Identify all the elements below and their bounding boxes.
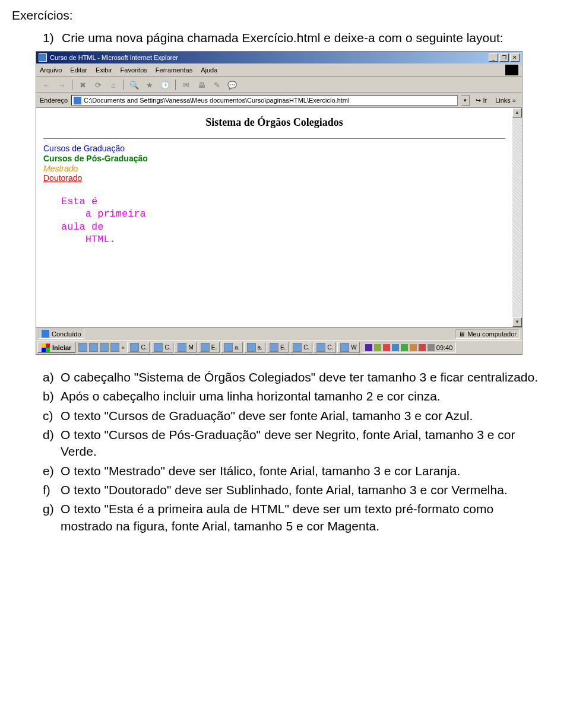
list-item-1: 1) Crie uma nova página chamada Exercíci… [43,31,558,45]
taskbar-task[interactable]: W [337,342,359,353]
sub-text: O texto "Esta é a primeira aula de HTML"… [61,501,558,535]
task-icon [154,343,163,352]
close-button[interactable]: ✕ [510,53,520,62]
tray-icon[interactable] [410,344,417,351]
line-doutorado: Doutorado [43,173,505,183]
zone-text: Meu computador [467,330,517,338]
browser-window: Curso de HTML - Microsoft Internet Explo… [36,51,522,355]
back-button[interactable]: ← [40,79,53,91]
taskbar: Iniciar » C. C. M E. a. a. E. C. C. W 09… [36,340,522,354]
home-button[interactable]: ⌂ [107,79,120,91]
task-icon [316,343,325,352]
sub-letter: d) [43,427,61,460]
system-tray: 09:40 [362,342,457,353]
sub-item-e: e) O texto "Mestrado" deve ser Itálico, … [43,463,558,479]
tray-icon[interactable] [419,344,426,351]
toolbar-separator [175,80,176,90]
stop-button[interactable]: ✖ [76,79,89,91]
windows-icon [42,344,50,352]
quicklaunch-icon[interactable] [89,343,98,352]
tray-icon[interactable] [365,344,372,351]
scroll-track[interactable] [512,117,522,317]
menu-favoritos[interactable]: Favoritos [121,66,147,74]
maximize-button[interactable]: ❐ [499,53,509,62]
refresh-button[interactable]: ⟳ [91,79,104,91]
taskbar-task[interactable]: a. [244,342,265,353]
scroll-down-button[interactable]: ▼ [512,317,522,327]
task-icon [130,343,139,352]
taskbar-task[interactable]: C. [290,342,312,353]
scroll-up-button[interactable]: ▲ [512,108,522,117]
sub-item-g: g) O texto "Esta é a primeira aula de HT… [43,501,558,535]
task-icon [224,343,233,352]
task-icon [201,343,210,352]
sub-item-d: d) O texto "Cursos de Pós-Graduação" dev… [43,427,558,460]
start-button[interactable]: Iniciar [37,342,75,353]
taskbar-task[interactable]: a. [221,342,242,353]
sub-text: O texto "Mestrado" deve ser Itálico, fon… [61,463,558,479]
quicklaunch-icon[interactable] [110,343,119,352]
line-mestrado: Mestrado [43,164,505,174]
task-icon [293,343,302,352]
edit-button[interactable]: ✎ [210,79,223,91]
sub-text: O texto "Cursos de Pós-Graduação" deve s… [61,427,558,460]
quicklaunch-more[interactable]: » [121,345,125,351]
sub-text: O texto "Cursos de Graduação" deve ser f… [61,408,558,424]
task-icon [178,343,186,352]
status-icon [42,330,49,338]
tray-icon[interactable] [401,344,408,351]
taskbar-task[interactable]: E. [198,342,220,353]
start-label: Iniciar [52,344,71,351]
menubar: Arquivo Editar Exibir Favoritos Ferramen… [36,63,522,77]
line-graduacao: Cursos de Graduação [43,144,505,154]
taskbar-task[interactable]: E. [267,342,289,353]
address-label: Endereço [40,97,68,104]
menu-ferramentas[interactable]: Ferramentas [156,66,192,74]
tray-icon[interactable] [374,344,381,351]
discuss-button[interactable]: 💬 [226,79,239,91]
throbber-icon [505,65,518,75]
minimize-button[interactable]: _ [489,53,498,62]
window-title: Curso de HTML - Microsoft Internet Explo… [50,54,178,61]
viewport: Sistema de Órgãos Colegiados Cursos de G… [36,108,522,328]
menu-arquivo[interactable]: Arquivo [40,66,62,74]
go-button[interactable]: ↪ Ir [473,97,489,104]
address-dropdown[interactable]: ▾ [461,95,470,106]
sub-letter: f) [43,482,61,498]
task-icon [270,343,278,352]
links-button[interactable]: Links » [493,97,518,104]
mail-button[interactable]: ✉ [179,79,192,91]
print-button[interactable]: 🖶 [195,79,208,91]
history-button[interactable]: 🕒 [159,79,172,91]
sub-item-f: f) O texto "Doutorado" deve ser Sublinha… [43,482,558,498]
forward-button[interactable]: → [55,79,68,91]
sub-letter: a) [43,369,61,386]
menu-exibir[interactable]: Exibir [96,66,112,74]
tray-icon[interactable] [428,344,435,351]
taskbar-task[interactable]: M [175,342,196,353]
quicklaunch-icon[interactable] [78,343,87,352]
tray-icon[interactable] [383,344,390,351]
menu-ajuda[interactable]: Ajuda [201,66,217,74]
clock: 09:40 [436,344,453,351]
taskbar-task[interactable]: C. [151,342,173,353]
line-pos-graduacao: Cursos de Pós-Graduação [43,154,505,164]
tray-icon[interactable] [392,344,399,351]
favorites-button[interactable]: ★ [143,79,156,91]
taskbar-task[interactable]: C. [127,342,150,353]
sub-list: a) O cabeçalho "Sistema de Órgãos Colegi… [43,369,558,535]
statusbar: Concluído 🖥 Meu computador [36,328,522,340]
address-value: C:\Documents and Settings\Vanessa\Meus d… [84,97,349,104]
list-number: 1) [43,31,59,45]
sub-letter: g) [43,501,61,535]
taskbar-task[interactable]: C. [314,342,336,353]
sub-text: O cabeçalho "Sistema de Órgãos Colegiado… [61,369,558,386]
vertical-scrollbar[interactable]: ▲ ▼ [512,108,522,327]
page-title: Sistema de Órgãos Colegiados [43,116,505,129]
sub-item-b: b) Após o cabeçalho incluir uma linha ho… [43,388,558,405]
page-icon [74,97,81,104]
search-button[interactable]: 🔍 [128,79,141,91]
address-input[interactable]: C:\Documents and Settings\Vanessa\Meus d… [71,95,458,106]
menu-editar[interactable]: Editar [70,66,87,74]
quicklaunch-icon[interactable] [100,343,109,352]
